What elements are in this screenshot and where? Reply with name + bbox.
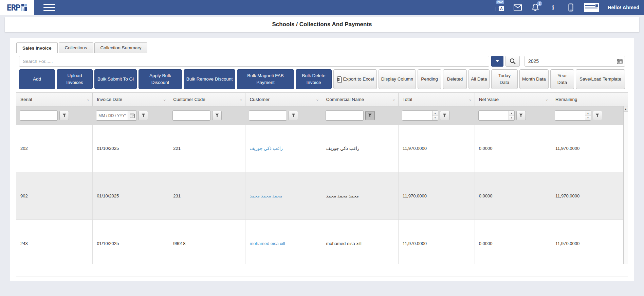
- grid-vertical-scrollbar[interactable]: ▲: [623, 106, 628, 264]
- display-column-button[interactable]: Display Column: [379, 69, 416, 89]
- filter-funnel-icon: [595, 114, 599, 118]
- top-navbar: ERP ENG A 2: [0, 0, 644, 15]
- filter-cell-net-value: ▲ ▼: [475, 106, 551, 125]
- bulk-submit-to-gl-button[interactable]: Bulk Submit To Gl: [94, 69, 137, 89]
- spinner-up-icon[interactable]: ▲: [585, 111, 591, 116]
- column-header-net-value[interactable]: Net Value⌄: [475, 93, 551, 106]
- tab-collections[interactable]: Collections: [59, 42, 93, 53]
- serial-filter-input[interactable]: [20, 110, 58, 121]
- year-input[interactable]: [525, 56, 614, 66]
- customer-link[interactable]: محمد محمد محمد: [250, 193, 282, 198]
- user-avatar[interactable]: [584, 3, 599, 12]
- search-button[interactable]: [505, 56, 520, 67]
- column-header-serial[interactable]: Serial⌄: [16, 93, 93, 106]
- save-load-template-button[interactable]: Save/Load Template: [576, 69, 625, 89]
- month-data-button[interactable]: Month Data: [519, 69, 549, 89]
- commercial-name-filter-button[interactable]: [365, 111, 375, 120]
- customer-code-filter-button[interactable]: [212, 111, 222, 120]
- total-filter-input[interactable]: [402, 111, 432, 120]
- invoice-date-filter-button[interactable]: [139, 111, 148, 120]
- spinner-up-icon[interactable]: ▲: [433, 111, 438, 116]
- pending-button[interactable]: Pending: [418, 69, 441, 89]
- column-header-invoice-date[interactable]: Invoice Date⌄: [93, 93, 169, 106]
- chevron-down-icon[interactable]: ⌄: [316, 97, 319, 102]
- column-header-total[interactable]: Total⌄: [399, 93, 475, 106]
- cell-total: 11,970.0000: [399, 125, 475, 172]
- app-logo[interactable]: ERP: [0, 0, 34, 15]
- customer-link[interactable]: mohamed eisa xill: [250, 241, 285, 246]
- bulk-delete-invoice-button[interactable]: Bulk Delete Invoice: [296, 69, 332, 89]
- chevron-down-icon[interactable]: ⌄: [163, 97, 166, 102]
- year-data-button[interactable]: Year Data: [550, 69, 574, 89]
- mail-icon[interactable]: [513, 3, 522, 12]
- total-spinner: ▲ ▼: [432, 111, 438, 120]
- date-picker-calendar-icon[interactable]: [128, 111, 136, 120]
- spinner-up-icon[interactable]: ▲: [509, 111, 514, 116]
- tab-collection-summary[interactable]: Collection Summary: [94, 42, 148, 53]
- info-icon[interactable]: i: [549, 3, 557, 12]
- tab-sales-invoice[interactable]: Sales Invoice: [16, 42, 58, 53]
- chevron-down-icon[interactable]: ⌄: [392, 97, 396, 102]
- cell-serial: 902: [16, 172, 93, 220]
- total-filter-button[interactable]: [440, 111, 449, 120]
- main-content-card: Sales Invoice Collections Collection Sum…: [10, 38, 634, 281]
- spinner-down-icon[interactable]: ▼: [509, 116, 514, 121]
- table-row[interactable]: 902 01/10/2025 231 محمد محمد محمد محمد م…: [16, 172, 628, 220]
- table-row[interactable]: 202 01/10/2025 221 راغب ذكي جوزيف راغب ذ…: [16, 125, 628, 172]
- serial-filter-button[interactable]: [59, 111, 69, 120]
- filter-funnel-icon: [62, 114, 66, 118]
- net-value-filter-wrap: ▲ ▼: [478, 110, 515, 121]
- chevron-down-icon[interactable]: ⌄: [239, 97, 243, 102]
- cell-remaining: 11,970.0000: [551, 172, 628, 220]
- remaining-filter-wrap: ▲ ▼: [555, 110, 591, 121]
- hamburger-menu-icon[interactable]: [43, 2, 55, 13]
- date-filter-wrap: [96, 110, 137, 121]
- deleted-button[interactable]: Deleted: [443, 69, 467, 89]
- filter-cell-customer-code: [169, 106, 245, 125]
- all-data-button[interactable]: All Data: [468, 69, 490, 89]
- upload-invoices-button[interactable]: Upload Invoices: [57, 69, 93, 89]
- filter-cell-remaining: ▲ ▼: [551, 106, 628, 125]
- customer-code-filter-input[interactable]: [172, 110, 210, 121]
- search-input[interactable]: [19, 56, 489, 67]
- column-header-commercial-name[interactable]: Commercial Name⌄: [322, 93, 399, 106]
- mobile-icon[interactable]: [566, 3, 575, 12]
- language-icon[interactable]: ENG A: [496, 3, 504, 12]
- cell-invoice-date: 01/10/2025: [93, 172, 169, 220]
- notifications-bell-icon[interactable]: 2: [531, 3, 540, 12]
- add-button[interactable]: Add: [19, 69, 55, 89]
- year-calendar-icon[interactable]: [614, 56, 625, 66]
- column-header-customer-code[interactable]: Customer Code⌄: [169, 93, 245, 106]
- cell-net-value: 0.0000: [475, 125, 551, 172]
- cell-commercial-name: راغب ذكي جوزيف: [322, 125, 399, 172]
- bulk-magneti-fab-payment-button[interactable]: Bulk Magneti FAB Payment: [237, 69, 294, 89]
- column-header-remaining[interactable]: Remaining: [551, 93, 628, 106]
- bulk-remove-discount-button[interactable]: Bulk Remove Discount: [184, 69, 235, 89]
- spinner-down-icon[interactable]: ▼: [433, 116, 438, 121]
- scroll-up-icon[interactable]: ▲: [624, 106, 628, 112]
- spinner-down-icon[interactable]: ▼: [585, 116, 591, 121]
- cell-customer-code: 221: [169, 125, 245, 172]
- invoice-date-filter-input[interactable]: [96, 111, 128, 120]
- customer-filter-input[interactable]: [249, 110, 287, 121]
- remaining-filter-button[interactable]: [593, 111, 602, 120]
- cell-remaining: 11,970.0000: [551, 125, 628, 172]
- apply-bulk-discount-button[interactable]: Apply Bulk Discount: [139, 69, 182, 89]
- net-value-filter-input[interactable]: [479, 111, 509, 120]
- remaining-filter-input[interactable]: [555, 111, 585, 120]
- commercial-name-filter-input[interactable]: [326, 110, 364, 121]
- notification-count-badge: 2: [537, 1, 542, 6]
- cell-serial: 202: [16, 125, 93, 172]
- chevron-down-icon[interactable]: ⌄: [86, 97, 90, 102]
- search-options-dropdown-button[interactable]: [491, 56, 503, 67]
- chevron-down-icon[interactable]: ⌄: [545, 97, 549, 102]
- column-header-customer[interactable]: Customer⌄: [245, 93, 322, 106]
- filter-funnel-icon: [443, 114, 446, 118]
- chevron-down-icon[interactable]: ⌄: [468, 97, 472, 102]
- today-data-button[interactable]: Today Data: [491, 69, 518, 89]
- customer-link[interactable]: راغب ذكي جوزيف: [250, 146, 283, 151]
- net-value-filter-button[interactable]: [516, 111, 526, 120]
- customer-filter-button[interactable]: [289, 111, 298, 120]
- export-to-excel-button[interactable]: x Export to Excel: [333, 69, 377, 89]
- table-row[interactable]: 243 01/10/2025 99018 mohamed eisa xill m…: [16, 220, 628, 264]
